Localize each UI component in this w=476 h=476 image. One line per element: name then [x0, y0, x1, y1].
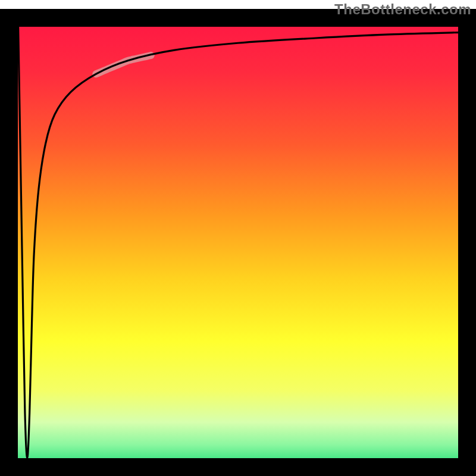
watermark-text: TheBottleneck.com	[334, 1, 471, 18]
bottleneck-chart	[0, 0, 476, 476]
chart-stage: TheBottleneck.com	[0, 0, 476, 476]
